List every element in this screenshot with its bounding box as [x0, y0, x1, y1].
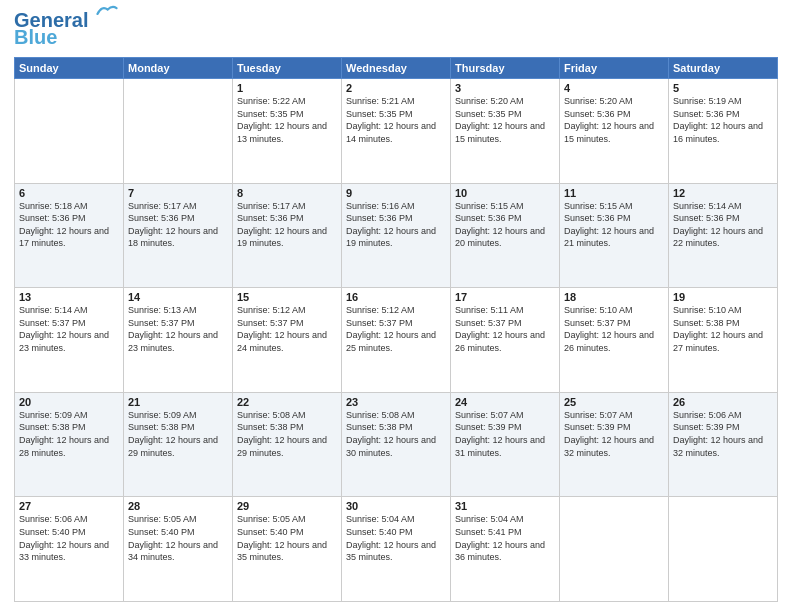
calendar-cell: 15Sunrise: 5:12 AM Sunset: 5:37 PM Dayli…	[233, 288, 342, 393]
day-info: Sunrise: 5:16 AM Sunset: 5:36 PM Dayligh…	[346, 200, 446, 250]
day-info: Sunrise: 5:04 AM Sunset: 5:40 PM Dayligh…	[346, 513, 446, 563]
day-number: 1	[237, 82, 337, 94]
calendar-cell: 2Sunrise: 5:21 AM Sunset: 5:35 PM Daylig…	[342, 79, 451, 184]
day-number: 22	[237, 396, 337, 408]
day-number: 3	[455, 82, 555, 94]
calendar-cell	[560, 497, 669, 602]
day-number: 18	[564, 291, 664, 303]
day-number: 10	[455, 187, 555, 199]
day-number: 21	[128, 396, 228, 408]
day-info: Sunrise: 5:22 AM Sunset: 5:35 PM Dayligh…	[237, 95, 337, 145]
day-number: 4	[564, 82, 664, 94]
calendar-cell	[15, 79, 124, 184]
day-info: Sunrise: 5:19 AM Sunset: 5:36 PM Dayligh…	[673, 95, 773, 145]
day-info: Sunrise: 5:14 AM Sunset: 5:37 PM Dayligh…	[19, 304, 119, 354]
logo: General Blue	[14, 10, 118, 49]
calendar-cell: 14Sunrise: 5:13 AM Sunset: 5:37 PM Dayli…	[124, 288, 233, 393]
day-info: Sunrise: 5:10 AM Sunset: 5:37 PM Dayligh…	[564, 304, 664, 354]
day-info: Sunrise: 5:15 AM Sunset: 5:36 PM Dayligh…	[564, 200, 664, 250]
day-number: 31	[455, 500, 555, 512]
calendar-cell: 31Sunrise: 5:04 AM Sunset: 5:41 PM Dayli…	[451, 497, 560, 602]
calendar-cell: 13Sunrise: 5:14 AM Sunset: 5:37 PM Dayli…	[15, 288, 124, 393]
calendar-cell: 23Sunrise: 5:08 AM Sunset: 5:38 PM Dayli…	[342, 392, 451, 497]
weekday-header-row: SundayMondayTuesdayWednesdayThursdayFrid…	[15, 58, 778, 79]
logo-blue: Blue	[14, 26, 57, 49]
day-number: 5	[673, 82, 773, 94]
weekday-header-friday: Friday	[560, 58, 669, 79]
day-number: 28	[128, 500, 228, 512]
day-number: 17	[455, 291, 555, 303]
calendar-cell: 17Sunrise: 5:11 AM Sunset: 5:37 PM Dayli…	[451, 288, 560, 393]
weekday-header-thursday: Thursday	[451, 58, 560, 79]
calendar-cell: 30Sunrise: 5:04 AM Sunset: 5:40 PM Dayli…	[342, 497, 451, 602]
calendar-cell	[124, 79, 233, 184]
calendar-cell: 27Sunrise: 5:06 AM Sunset: 5:40 PM Dayli…	[15, 497, 124, 602]
page: General Blue SundayMondayTuesdayWednesda…	[0, 0, 792, 612]
day-info: Sunrise: 5:04 AM Sunset: 5:41 PM Dayligh…	[455, 513, 555, 563]
day-info: Sunrise: 5:05 AM Sunset: 5:40 PM Dayligh…	[128, 513, 228, 563]
day-info: Sunrise: 5:14 AM Sunset: 5:36 PM Dayligh…	[673, 200, 773, 250]
day-info: Sunrise: 5:17 AM Sunset: 5:36 PM Dayligh…	[237, 200, 337, 250]
weekday-header-wednesday: Wednesday	[342, 58, 451, 79]
day-info: Sunrise: 5:12 AM Sunset: 5:37 PM Dayligh…	[346, 304, 446, 354]
day-number: 30	[346, 500, 446, 512]
calendar-cell: 3Sunrise: 5:20 AM Sunset: 5:35 PM Daylig…	[451, 79, 560, 184]
day-number: 29	[237, 500, 337, 512]
day-number: 9	[346, 187, 446, 199]
day-number: 14	[128, 291, 228, 303]
calendar-table: SundayMondayTuesdayWednesdayThursdayFrid…	[14, 57, 778, 602]
day-info: Sunrise: 5:09 AM Sunset: 5:38 PM Dayligh…	[19, 409, 119, 459]
calendar-cell: 29Sunrise: 5:05 AM Sunset: 5:40 PM Dayli…	[233, 497, 342, 602]
day-number: 2	[346, 82, 446, 94]
day-number: 16	[346, 291, 446, 303]
day-info: Sunrise: 5:08 AM Sunset: 5:38 PM Dayligh…	[237, 409, 337, 459]
day-number: 19	[673, 291, 773, 303]
day-number: 7	[128, 187, 228, 199]
calendar-cell: 18Sunrise: 5:10 AM Sunset: 5:37 PM Dayli…	[560, 288, 669, 393]
day-info: Sunrise: 5:12 AM Sunset: 5:37 PM Dayligh…	[237, 304, 337, 354]
day-number: 27	[19, 500, 119, 512]
calendar-cell: 5Sunrise: 5:19 AM Sunset: 5:36 PM Daylig…	[669, 79, 778, 184]
day-info: Sunrise: 5:18 AM Sunset: 5:36 PM Dayligh…	[19, 200, 119, 250]
day-info: Sunrise: 5:15 AM Sunset: 5:36 PM Dayligh…	[455, 200, 555, 250]
day-info: Sunrise: 5:20 AM Sunset: 5:35 PM Dayligh…	[455, 95, 555, 145]
calendar-cell: 21Sunrise: 5:09 AM Sunset: 5:38 PM Dayli…	[124, 392, 233, 497]
day-info: Sunrise: 5:06 AM Sunset: 5:39 PM Dayligh…	[673, 409, 773, 459]
weekday-header-monday: Monday	[124, 58, 233, 79]
day-info: Sunrise: 5:11 AM Sunset: 5:37 PM Dayligh…	[455, 304, 555, 354]
day-number: 20	[19, 396, 119, 408]
calendar-cell: 28Sunrise: 5:05 AM Sunset: 5:40 PM Dayli…	[124, 497, 233, 602]
day-number: 8	[237, 187, 337, 199]
day-number: 24	[455, 396, 555, 408]
day-number: 13	[19, 291, 119, 303]
calendar-cell: 19Sunrise: 5:10 AM Sunset: 5:38 PM Dayli…	[669, 288, 778, 393]
day-info: Sunrise: 5:20 AM Sunset: 5:36 PM Dayligh…	[564, 95, 664, 145]
day-number: 15	[237, 291, 337, 303]
weekday-header-sunday: Sunday	[15, 58, 124, 79]
calendar-cell: 6Sunrise: 5:18 AM Sunset: 5:36 PM Daylig…	[15, 183, 124, 288]
day-info: Sunrise: 5:13 AM Sunset: 5:37 PM Dayligh…	[128, 304, 228, 354]
calendar-week-4: 20Sunrise: 5:09 AM Sunset: 5:38 PM Dayli…	[15, 392, 778, 497]
calendar-cell: 4Sunrise: 5:20 AM Sunset: 5:36 PM Daylig…	[560, 79, 669, 184]
day-number: 6	[19, 187, 119, 199]
calendar-week-2: 6Sunrise: 5:18 AM Sunset: 5:36 PM Daylig…	[15, 183, 778, 288]
weekday-header-saturday: Saturday	[669, 58, 778, 79]
day-info: Sunrise: 5:10 AM Sunset: 5:38 PM Dayligh…	[673, 304, 773, 354]
calendar-cell: 12Sunrise: 5:14 AM Sunset: 5:36 PM Dayli…	[669, 183, 778, 288]
day-number: 26	[673, 396, 773, 408]
day-info: Sunrise: 5:06 AM Sunset: 5:40 PM Dayligh…	[19, 513, 119, 563]
calendar-cell	[669, 497, 778, 602]
header: General Blue	[14, 10, 778, 49]
calendar-cell: 9Sunrise: 5:16 AM Sunset: 5:36 PM Daylig…	[342, 183, 451, 288]
calendar-cell: 1Sunrise: 5:22 AM Sunset: 5:35 PM Daylig…	[233, 79, 342, 184]
day-number: 11	[564, 187, 664, 199]
day-info: Sunrise: 5:09 AM Sunset: 5:38 PM Dayligh…	[128, 409, 228, 459]
day-number: 25	[564, 396, 664, 408]
calendar-week-3: 13Sunrise: 5:14 AM Sunset: 5:37 PM Dayli…	[15, 288, 778, 393]
calendar-cell: 8Sunrise: 5:17 AM Sunset: 5:36 PM Daylig…	[233, 183, 342, 288]
weekday-header-tuesday: Tuesday	[233, 58, 342, 79]
calendar-cell: 22Sunrise: 5:08 AM Sunset: 5:38 PM Dayli…	[233, 392, 342, 497]
calendar-cell: 24Sunrise: 5:07 AM Sunset: 5:39 PM Dayli…	[451, 392, 560, 497]
calendar-week-5: 27Sunrise: 5:06 AM Sunset: 5:40 PM Dayli…	[15, 497, 778, 602]
day-info: Sunrise: 5:17 AM Sunset: 5:36 PM Dayligh…	[128, 200, 228, 250]
